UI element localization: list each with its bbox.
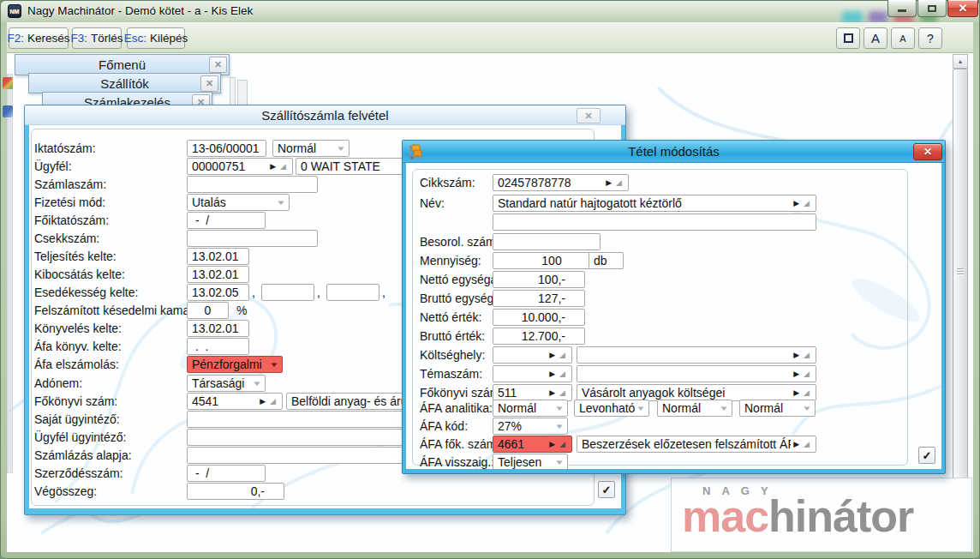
item-confirm-button[interactable]: ✓ bbox=[918, 447, 935, 464]
expand-icon[interactable]: ◢ bbox=[804, 440, 810, 448]
afa-analitika-select-1[interactable]: Normál▼ bbox=[493, 400, 568, 417]
close-fomenu-button[interactable]: ✕ bbox=[209, 57, 227, 73]
netto-egysegar-input[interactable]: 100,- bbox=[493, 271, 585, 288]
browse-icon[interactable]: ▶ bbox=[793, 440, 799, 448]
delete-button[interactable]: F3:Törlés bbox=[72, 27, 122, 49]
afa-visszaig-select[interactable]: Teljesen▼ bbox=[493, 454, 568, 469]
expand-icon[interactable]: ◢ bbox=[804, 370, 810, 378]
adonem-select[interactable]: Társasági▼ bbox=[187, 375, 266, 392]
browse-icon[interactable]: ▶ bbox=[260, 397, 266, 406]
esedekesseg-kelte-input[interactable]: 13.02.05 bbox=[187, 284, 249, 301]
afa-konyv-kelte-input[interactable]: . . bbox=[187, 338, 249, 355]
close-button[interactable]: ✕ bbox=[947, 0, 978, 17]
item-fokonyvi-nev-input[interactable]: Vásárolt anyagok költségei▶◢ bbox=[577, 384, 816, 401]
afa-fok-nev-input[interactable]: Beszerzések előzetesen felszámított ÁFA▶… bbox=[577, 436, 816, 453]
kibocsatas-kelte-input[interactable]: 13.02.01 bbox=[187, 266, 249, 283]
scrollbar-thumb[interactable] bbox=[953, 69, 968, 502]
font-smaller-button[interactable]: A bbox=[891, 27, 915, 49]
szerzodesszam-input[interactable]: - / bbox=[187, 465, 266, 482]
help-button[interactable]: ? bbox=[918, 27, 942, 49]
afa-elszamolas-select[interactable]: Pénzforgalmi▼ bbox=[187, 356, 283, 373]
expand-icon[interactable]: ◢ bbox=[559, 388, 565, 397]
browse-icon[interactable]: ▶ bbox=[270, 162, 276, 171]
browse-icon[interactable]: ▶ bbox=[793, 370, 799, 378]
nev2-input[interactable] bbox=[493, 213, 816, 231]
netto-ertek-input[interactable]: 10.000,- bbox=[493, 309, 585, 326]
browse-icon[interactable]: ▶ bbox=[793, 351, 799, 359]
expand-icon[interactable]: ◢ bbox=[559, 440, 565, 448]
afa-analitika-select-2[interactable]: Levonható▼ bbox=[574, 400, 649, 417]
expand-icon[interactable]: ◢ bbox=[559, 351, 565, 359]
csekkszam-input[interactable] bbox=[187, 230, 318, 247]
iktatoszam-input[interactable]: 13-06/00001 bbox=[187, 140, 266, 157]
esedekesseg-kelte-input-2[interactable] bbox=[261, 284, 314, 301]
koltseghely-name-input[interactable]: ▶◢ bbox=[577, 346, 816, 364]
browse-icon[interactable]: ▶ bbox=[793, 388, 799, 397]
exit-button[interactable]: Esc:Kilépés bbox=[127, 27, 185, 49]
field-label: Ügyfél: bbox=[34, 158, 72, 175]
brutto-ertek-input[interactable]: 12.700,- bbox=[493, 328, 585, 345]
font-large-icon: A bbox=[871, 31, 880, 45]
invoice-confirm-button[interactable]: ✓ bbox=[598, 481, 615, 498]
esedekesseg-kelte-input-3[interactable] bbox=[326, 284, 379, 301]
expand-icon[interactable]: ◢ bbox=[559, 370, 565, 378]
browse-icon[interactable]: ▶ bbox=[549, 351, 555, 359]
fokonyvi-szam-input[interactable]: 4541▶◢ bbox=[187, 393, 283, 410]
iktatoszam-type-select[interactable]: Normál▼ bbox=[272, 140, 350, 157]
afa-fok-szam-input[interactable]: 4661▶◢ bbox=[493, 436, 572, 453]
window-bar-szallitok[interactable]: Szállítók ✕ bbox=[28, 73, 221, 93]
window-mode-button[interactable] bbox=[836, 27, 860, 49]
main-titlebar[interactable]: NM Nagy Machinátor - Demó kötet - a - Ki… bbox=[0, 0, 980, 22]
close-szallitok-button[interactable]: ✕ bbox=[200, 75, 218, 92]
font-larger-button[interactable]: A bbox=[863, 27, 887, 49]
maximize-button[interactable] bbox=[917, 0, 947, 17]
field-label: Főkönyvi szám: bbox=[34, 393, 117, 410]
browse-icon[interactable]: ▶ bbox=[606, 178, 612, 187]
item-close-button[interactable]: ✕ bbox=[913, 143, 942, 160]
afa-analitika-select-4[interactable]: Normál▼ bbox=[739, 400, 816, 417]
browse-icon[interactable]: ▶ bbox=[793, 199, 799, 207]
window-title: Nagy Machinátor - Demó kötet - a - Kis E… bbox=[27, 4, 253, 17]
expand-icon[interactable]: ◢ bbox=[270, 397, 276, 406]
window-bar-title: Szállítók bbox=[100, 76, 149, 91]
expand-icon[interactable]: ◢ bbox=[616, 178, 622, 187]
background-window-icon bbox=[3, 105, 13, 117]
scrollbar-up-button[interactable]: ▲ bbox=[953, 54, 968, 69]
nev-input[interactable]: Standard natúr hajtogatott kéztörlő▶◢ bbox=[493, 195, 816, 212]
expand-icon[interactable]: ◢ bbox=[804, 199, 810, 207]
expand-icon[interactable]: ◢ bbox=[804, 351, 810, 359]
item-dialog-titlebar[interactable]: Tétel módosítás ✕ bbox=[403, 141, 945, 163]
browse-icon[interactable]: ▶ bbox=[549, 370, 555, 378]
temaszam-name-input[interactable]: ▶◢ bbox=[577, 365, 816, 382]
szamlaszam-input[interactable] bbox=[187, 176, 318, 193]
afa-analitika-select-3[interactable]: Normál▼ bbox=[657, 400, 732, 417]
background-window-edge bbox=[7, 74, 9, 473]
field-label: Nettó érték: bbox=[420, 309, 481, 326]
hotkey-label: F3: bbox=[70, 32, 87, 45]
koltseghely-code-input[interactable]: ▶◢ bbox=[493, 346, 572, 364]
browse-icon[interactable]: ▶ bbox=[549, 440, 555, 448]
teljesites-kelte-input[interactable]: 13.02.01 bbox=[187, 248, 249, 265]
invoice-close-button[interactable]: ✕ bbox=[577, 108, 601, 123]
ugyfel-code-input[interactable]: 00000751▶◢ bbox=[187, 158, 293, 175]
search-button[interactable]: F2:Keresés bbox=[9, 27, 69, 49]
foiktatoszam-input[interactable]: - / bbox=[187, 212, 266, 229]
vegosszeg-input[interactable]: 0,- bbox=[187, 483, 284, 500]
temaszam-code-input[interactable]: ▶◢ bbox=[493, 365, 572, 382]
browse-icon[interactable]: ▶ bbox=[549, 388, 555, 397]
expand-icon[interactable]: ◢ bbox=[280, 162, 286, 171]
field-label: Fizetési mód: bbox=[34, 194, 105, 211]
besorol-szam-input[interactable] bbox=[493, 233, 601, 250]
expand-icon[interactable]: ◢ bbox=[804, 388, 810, 397]
invoice-dialog-titlebar[interactable]: Szállítószámla felvétel ✕ bbox=[25, 105, 625, 125]
item-fokonyvi-szam-input[interactable]: 511▶◢ bbox=[493, 384, 572, 401]
mennyiseg-unit-input[interactable]: db bbox=[589, 252, 624, 269]
minimize-button[interactable] bbox=[887, 0, 917, 17]
hotkey-label: Esc: bbox=[124, 32, 146, 45]
cikkszam-input[interactable]: 02457878778▶◢ bbox=[493, 174, 629, 191]
fizetesi-mod-select[interactable]: Utalás▼ bbox=[187, 194, 290, 211]
afa-kod-select[interactable]: 27%▼ bbox=[493, 418, 568, 435]
kesedelmi-kamat-input[interactable]: 0 bbox=[187, 302, 229, 319]
konyveles-kelte-input[interactable]: 13.02.01 bbox=[187, 320, 249, 337]
brutto-egysegar-input[interactable]: 127,- bbox=[493, 290, 585, 307]
